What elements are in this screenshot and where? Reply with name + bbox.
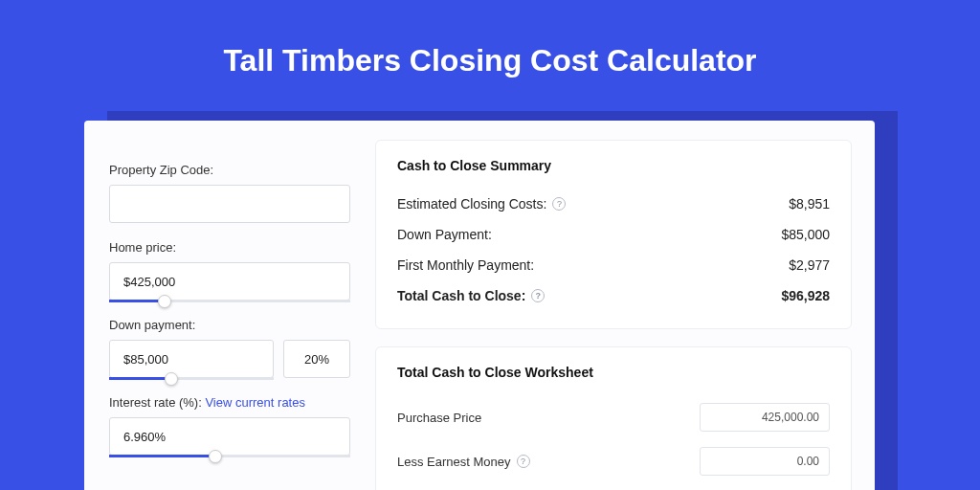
view-rates-link[interactable]: View current rates (205, 395, 305, 410)
down-payment-label: Down payment: (109, 318, 350, 332)
home-price-input[interactable] (109, 262, 350, 301)
summary-row: First Monthly Payment:$2,977 (397, 250, 830, 280)
slider-thumb[interactable] (158, 295, 171, 308)
help-icon[interactable]: ? (552, 197, 566, 211)
summary-row: Estimated Closing Costs:?$8,951 (397, 189, 830, 219)
total-value: $96,928 (781, 288, 830, 303)
page-title: Tall Timbers Closing Cost Calculator (0, 43, 980, 78)
worksheet-row: Total Mortgage Loan Amount (397, 483, 830, 490)
worksheet-row-input[interactable] (700, 447, 830, 476)
interest-rate-input[interactable] (109, 417, 350, 456)
worksheet-row-input[interactable] (700, 403, 830, 432)
down-payment-input[interactable] (109, 340, 274, 378)
worksheet-title: Total Cash to Close Worksheet (397, 365, 830, 380)
summary-row-value: $8,951 (789, 196, 830, 212)
summary-row-label: Estimated Closing Costs: (397, 196, 546, 212)
worksheet-row-label: Purchase Price (397, 411, 481, 425)
home-price-label: Home price: (109, 240, 350, 255)
summary-row: Down Payment:$85,000 (397, 219, 830, 250)
total-row: Total Cash to Close: ? $96,928 (397, 280, 830, 311)
down-payment-slider[interactable] (109, 340, 274, 378)
help-icon[interactable]: ? (531, 289, 545, 302)
zip-input[interactable] (109, 185, 350, 223)
slider-fill (109, 377, 171, 380)
interest-rate-field: Interest rate (%): View current rates (109, 395, 350, 456)
interest-rate-label: Interest rate (%): View current rates (109, 395, 350, 410)
calculator-panel: Property Zip Code: Home price: Down paym… (84, 121, 875, 490)
slider-thumb[interactable] (165, 372, 178, 386)
summary-row-label: First Monthly Payment: (397, 257, 534, 273)
summary-row-label: Down Payment: (397, 227, 492, 242)
summary-row-value: $85,000 (781, 227, 830, 242)
slider-fill (109, 455, 215, 457)
total-label: Total Cash to Close: (397, 288, 525, 303)
interest-label-text: Interest rate (%): (109, 395, 205, 410)
interest-rate-slider[interactable] (109, 417, 350, 456)
results-column: Cash to Close Summary Estimated Closing … (375, 121, 875, 490)
worksheet-card: Total Cash to Close Worksheet Purchase P… (375, 346, 852, 490)
summary-title: Cash to Close Summary (397, 158, 830, 173)
home-price-slider[interactable] (109, 262, 350, 301)
slider-fill (109, 300, 165, 302)
worksheet-row-label: Less Earnest Money (397, 455, 511, 469)
slider-thumb[interactable] (209, 450, 222, 463)
zip-field: Property Zip Code: (109, 163, 350, 223)
zip-label: Property Zip Code: (109, 163, 350, 177)
summary-row-value: $2,977 (789, 257, 830, 273)
home-price-field: Home price: (109, 240, 350, 301)
summary-card: Cash to Close Summary Estimated Closing … (375, 140, 852, 329)
down-payment-percent[interactable]: 20% (283, 340, 350, 378)
worksheet-row: Less Earnest Money? (397, 439, 830, 483)
worksheet-row: Purchase Price (397, 395, 830, 439)
help-icon[interactable]: ? (517, 455, 530, 468)
inputs-column: Property Zip Code: Home price: Down paym… (84, 121, 375, 490)
down-payment-field: Down payment: 20% (109, 318, 350, 378)
